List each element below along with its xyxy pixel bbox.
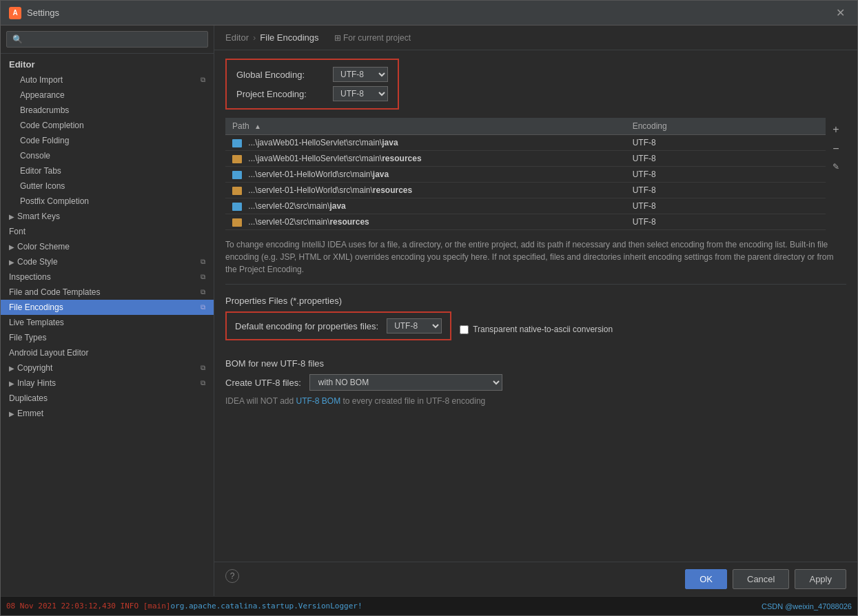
right-panel: Editor › File Encodings ⊞ For current pr…: [214, 25, 857, 596]
sort-arrow-icon: ▲: [254, 123, 261, 130]
sidebar-item-breadcrumbs[interactable]: Breadcrumbs: [1, 103, 214, 118]
arrow-icon: ▶: [9, 380, 14, 387]
ok-button[interactable]: OK: [685, 569, 727, 589]
col-header-encoding: Encoding: [626, 118, 826, 135]
encoding-cell: UTF-8: [626, 167, 826, 183]
sidebar-item-inspections[interactable]: Inspections ⧉: [1, 269, 214, 285]
sidebar-item-gutter-icons[interactable]: Gutter Icons: [1, 178, 214, 194]
encoding-cell: UTF-8: [626, 151, 826, 167]
sidebar-item-file-encodings[interactable]: File Encodings ⧉: [1, 300, 214, 315]
sidebar-item-duplicates[interactable]: Duplicates: [1, 391, 214, 406]
app-icon: A: [9, 7, 21, 19]
arrow-icon: ▶: [9, 258, 14, 266]
table-row[interactable]: ...\servlet-02\src\main\java UTF-8: [225, 198, 826, 214]
help-button[interactable]: ?: [225, 569, 239, 583]
sidebar-item-appearance[interactable]: Appearance: [1, 88, 214, 103]
arrow-icon: ▶: [9, 243, 14, 251]
sidebar-item-file-types[interactable]: File Types: [1, 330, 214, 345]
bom-section: BOM for new UTF-8 files Create UTF-8 fil…: [225, 358, 846, 406]
sidebar-item-font[interactable]: Font: [1, 224, 214, 239]
sidebar-item-auto-import[interactable]: Auto Import ⧉: [1, 72, 214, 88]
path-table: Path ▲ Encoding ...: [225, 118, 826, 230]
project-encoding-select[interactable]: UTF-8: [333, 86, 388, 101]
encoding-section: Global Encoding: UTF-8 Project Encoding:…: [225, 59, 399, 110]
bom-highlight: UTF-8 BOM: [296, 396, 340, 406]
sidebar-item-editor-tabs[interactable]: Editor Tabs: [1, 163, 214, 178]
breadcrumb: Editor › File Encodings ⊞ For current pr…: [214, 25, 857, 50]
properties-encoding-select[interactable]: UTF-8: [387, 318, 442, 333]
copy-icon: ⧉: [201, 258, 205, 266]
add-path-button[interactable]: +: [828, 121, 844, 138]
sidebar-item-postfix-completion[interactable]: Postfix Completion: [1, 194, 214, 209]
sidebar: Editor Auto Import ⧉ Appearance Breadcru…: [1, 25, 214, 596]
settings-dialog: A Settings ✕ Editor Auto Import ⧉ Appear…: [0, 0, 858, 616]
arrow-icon: ▶: [9, 213, 14, 220]
table-row[interactable]: ...\servlet-01-HelloWorld\src\main\java …: [225, 167, 826, 183]
project-encoding-label: Project Encoding:: [236, 89, 333, 99]
global-encoding-label: Global Encoding:: [236, 70, 333, 80]
sidebar-item-code-style[interactable]: ▶ Code Style ⧉: [1, 254, 214, 269]
global-encoding-select[interactable]: UTF-8: [333, 67, 388, 82]
transparent-checkbox[interactable]: [460, 325, 469, 334]
default-encoding-label: Default encoding for properties files:: [235, 321, 378, 331]
sidebar-item-console[interactable]: Console: [1, 148, 214, 163]
breadcrumb-current: File Encodings: [260, 32, 318, 43]
edit-path-button[interactable]: ✎: [828, 159, 844, 174]
path-cell: ...\servlet-01-HelloWorld\src\main\java: [225, 167, 626, 183]
project-note: ⊞ For current project: [334, 33, 411, 43]
path-cell: ...\servlet-02\src\main\java: [225, 198, 626, 214]
path-cell: ...\javaWeb01-HelloServlet\src\main\reso…: [225, 151, 626, 167]
table-row[interactable]: ...\servlet-01-HelloWorld\src\main\resou…: [225, 183, 826, 198]
breadcrumb-parent: Editor: [225, 32, 249, 43]
arrow-icon: ▶: [9, 410, 14, 418]
col-header-path: Path ▲: [225, 118, 626, 135]
close-button[interactable]: ✕: [832, 5, 849, 21]
copy-icon: ⧉: [201, 379, 205, 387]
copy-icon: ⧉: [201, 288, 205, 296]
path-cell: ...\servlet-01-HelloWorld\src\main\resou…: [225, 183, 626, 198]
apply-button[interactable]: Apply: [795, 569, 846, 589]
sidebar-section: Editor Auto Import ⧉ Appearance Breadcru…: [1, 54, 214, 424]
breadcrumb-separator: ›: [253, 32, 256, 43]
folder-blue-icon: [232, 203, 242, 211]
table-row[interactable]: ...\javaWeb01-HelloServlet\src\main\reso…: [225, 151, 826, 167]
sidebar-item-android-layout-editor[interactable]: Android Layout Editor: [1, 345, 214, 360]
search-input[interactable]: [6, 31, 208, 48]
remove-path-button[interactable]: −: [828, 140, 844, 158]
table-row[interactable]: ...\javaWeb01-HelloServlet\src\main\java…: [225, 135, 826, 151]
folder-resources-icon: [232, 218, 242, 227]
cancel-button[interactable]: Cancel: [733, 569, 789, 589]
sidebar-item-color-scheme[interactable]: ▶ Color Scheme: [1, 239, 214, 254]
watermark: CSDN @weixin_47088026: [762, 602, 852, 610]
sidebar-item-code-completion[interactable]: Code Completion: [1, 118, 214, 133]
banner-log-class: org.apache.catalina.startup.VersionLogge…: [170, 602, 362, 610]
sidebar-item-live-templates[interactable]: Live Templates: [1, 315, 214, 330]
folder-resources-icon: [232, 155, 242, 163]
folder-blue-icon: [232, 171, 242, 179]
bom-create-select[interactable]: with NO BOM with BOM: [309, 374, 502, 391]
table-row[interactable]: ...\servlet-02\src\main\resources UTF-8: [225, 214, 826, 230]
copy-icon: ⧉: [201, 76, 205, 84]
table-wrapper: Path ▲ Encoding ...: [225, 118, 846, 238]
arrow-icon: ▶: [9, 365, 14, 372]
sidebar-item-inlay-hints[interactable]: ▶ Inlay Hints ⧉: [1, 376, 214, 391]
sidebar-item-emmet[interactable]: ▶ Emmet: [1, 406, 214, 421]
path-cell: ...\servlet-02\src\main\resources: [225, 214, 626, 230]
folder-resources-icon: [232, 187, 242, 195]
sidebar-item-smart-keys[interactable]: ▶ Smart Keys: [1, 209, 214, 224]
bom-row: Create UTF-8 files: with NO BOM with BOM: [225, 374, 846, 391]
description-text: To change encoding IntelliJ IDEA uses fo…: [225, 238, 846, 285]
sidebar-item-file-and-code-templates[interactable]: File and Code Templates ⧉: [1, 285, 214, 300]
folder-blue-icon: [232, 139, 242, 147]
table-actions: + − ✎: [826, 118, 846, 177]
sidebar-item-copyright[interactable]: ▶ Copyright ⧉: [1, 360, 214, 376]
path-cell: ...\javaWeb01-HelloServlet\src\main\java: [225, 135, 626, 151]
project-encoding-row: Project Encoding: UTF-8: [236, 86, 388, 101]
copy-icon: ⧉: [201, 273, 205, 281]
transparent-checkbox-label[interactable]: Transparent native-to-ascii conversion: [460, 325, 613, 334]
global-encoding-row: Global Encoding: UTF-8: [236, 67, 388, 82]
properties-encoding-box: Default encoding for properties files: U…: [225, 311, 451, 340]
properties-section-title: Properties Files (*.properties): [225, 296, 846, 306]
encoding-cell: UTF-8: [626, 214, 826, 230]
sidebar-item-code-folding[interactable]: Code Folding: [1, 133, 214, 148]
